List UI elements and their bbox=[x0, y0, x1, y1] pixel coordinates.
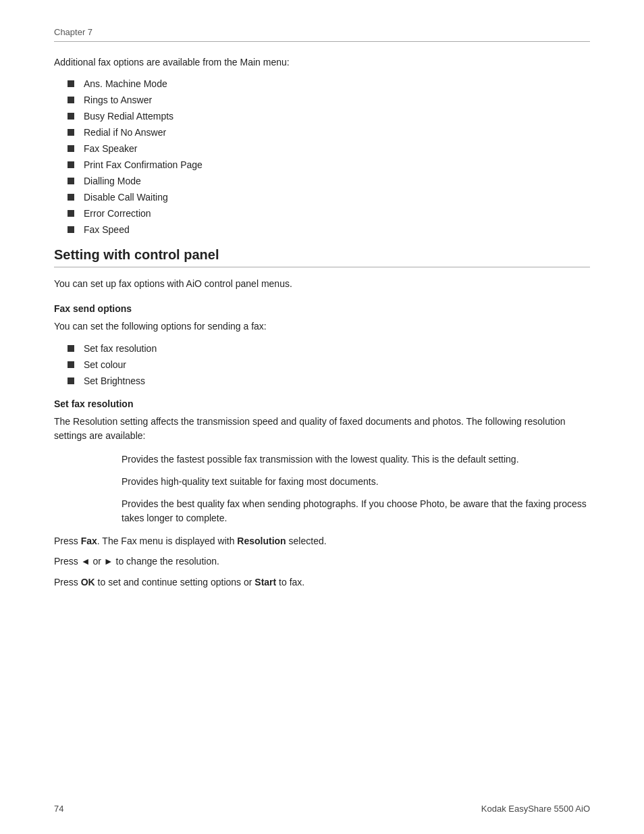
list-item: Error Correction bbox=[68, 208, 590, 219]
list-item-label: Set colour bbox=[84, 359, 126, 370]
bullet-icon bbox=[68, 194, 74, 201]
set-fax-resolution-heading: Set fax resolution bbox=[54, 398, 590, 409]
fax-send-options-list: Set fax resolution Set colour Set Bright… bbox=[54, 343, 590, 386]
resolution-item-3: Provides the best quality fax when sendi… bbox=[122, 497, 590, 525]
list-item: Set fax resolution bbox=[68, 343, 590, 354]
bullet-icon bbox=[68, 345, 74, 352]
press-fax-line: Press Fax. The Fax menu is displayed wit… bbox=[54, 533, 590, 548]
list-item: Redial if No Answer bbox=[68, 127, 590, 138]
bullet-icon bbox=[68, 178, 74, 184]
bullet-icon bbox=[68, 161, 74, 168]
bullet-icon bbox=[68, 113, 74, 120]
bullet-icon bbox=[68, 210, 74, 217]
fax-bold: Fax bbox=[81, 536, 97, 546]
list-item-label: Fax Speed bbox=[84, 224, 130, 235]
list-item: Rings to Answer bbox=[68, 95, 590, 105]
list-item-label: Set Brightness bbox=[84, 375, 145, 386]
chapter-label: Chapter 7 bbox=[54, 27, 92, 37]
list-item: Fax Speaker bbox=[68, 143, 590, 154]
bullet-icon bbox=[68, 361, 74, 368]
ok-bold: OK bbox=[81, 577, 95, 588]
right-arrow-bold: ► bbox=[104, 556, 113, 567]
list-item-label: Fax Speaker bbox=[84, 143, 137, 154]
section-intro: You can set up fax options with AiO cont… bbox=[54, 277, 590, 291]
list-item: Dialling Mode bbox=[68, 176, 590, 186]
list-item-label: Dialling Mode bbox=[84, 176, 141, 186]
list-item-label: Busy Redial Attempts bbox=[84, 111, 173, 122]
list-item-label: Error Correction bbox=[84, 208, 151, 219]
resolution-bold: Resolution bbox=[237, 536, 286, 546]
chapter-header: Chapter 7 bbox=[54, 27, 590, 42]
intro-text: Additional fax options are available fro… bbox=[54, 57, 590, 68]
list-item: Busy Redial Attempts bbox=[68, 111, 590, 122]
list-item: Disable Call Waiting bbox=[68, 192, 590, 203]
start-bold: Start bbox=[254, 577, 276, 588]
bullet-icon bbox=[68, 145, 74, 152]
section-heading: Setting with control panel bbox=[54, 247, 590, 267]
fax-send-options-intro: You can set the following options for se… bbox=[54, 319, 590, 334]
list-item-label: Ans. Machine Mode bbox=[84, 78, 167, 89]
bullet-icon bbox=[68, 129, 74, 136]
product-name: Kodak EasyShare 5500 AiO bbox=[481, 804, 590, 814]
list-item-label: Disable Call Waiting bbox=[84, 192, 168, 203]
press-arrow-line: Press ◄ or ► to change the resolution. bbox=[54, 554, 590, 569]
list-item-label: Rings to Answer bbox=[84, 95, 152, 105]
fax-options-list: Ans. Machine Mode Rings to Answer Busy R… bbox=[54, 78, 590, 235]
resolution-item-1: Provides the fastest possible fax transm… bbox=[122, 452, 590, 467]
bullet-icon bbox=[68, 97, 74, 103]
bullet-icon bbox=[68, 80, 74, 87]
left-arrow-bold: ◄ bbox=[81, 556, 90, 567]
bullet-icon bbox=[68, 377, 74, 384]
page-footer: 74 Kodak EasyShare 5500 AiO bbox=[54, 804, 590, 814]
fax-send-options-heading: Fax send options bbox=[54, 303, 590, 314]
list-item: Print Fax Confirmation Page bbox=[68, 159, 590, 170]
list-item-label: Redial if No Answer bbox=[84, 127, 166, 138]
bullet-icon bbox=[68, 226, 74, 233]
list-item: Ans. Machine Mode bbox=[68, 78, 590, 89]
resolution-item-2: Provides high-quality text suitable for … bbox=[122, 475, 590, 489]
list-item: Set colour bbox=[68, 359, 590, 370]
list-item-label: Print Fax Confirmation Page bbox=[84, 159, 203, 170]
page: Chapter 7 Additional fax options are ava… bbox=[0, 0, 644, 834]
resolution-description: The Resolution setting affects the trans… bbox=[54, 415, 590, 443]
list-item-label: Set fax resolution bbox=[84, 343, 157, 354]
list-item: Fax Speed bbox=[68, 224, 590, 235]
list-item: Set Brightness bbox=[68, 375, 590, 386]
press-ok-line: Press OK to set and continue setting opt… bbox=[54, 575, 590, 590]
page-number: 74 bbox=[54, 804, 63, 814]
